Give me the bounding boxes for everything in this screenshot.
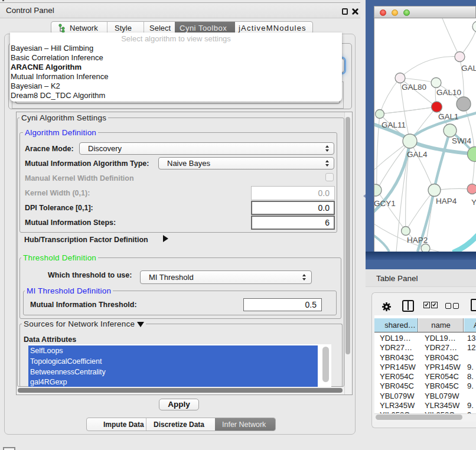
svg-text:GAL80: GAL80 bbox=[402, 83, 426, 92]
svg-text:GAL11: GAL11 bbox=[382, 120, 406, 129]
svg-text:GAL1: GAL1 bbox=[438, 112, 459, 121]
svg-text:HAP4: HAP4 bbox=[436, 197, 457, 206]
svg-text:HAP2: HAP2 bbox=[407, 236, 428, 244]
svg-text:YJ: YJ bbox=[471, 198, 476, 207]
svg-text:SWI4: SWI4 bbox=[452, 136, 471, 145]
svg-text:GCY1: GCY1 bbox=[374, 199, 396, 208]
svg-text:GAL4: GAL4 bbox=[407, 150, 428, 159]
svg-text:GAL7: GAL7 bbox=[461, 64, 476, 73]
svg-text:GAL10: GAL10 bbox=[436, 88, 461, 97]
